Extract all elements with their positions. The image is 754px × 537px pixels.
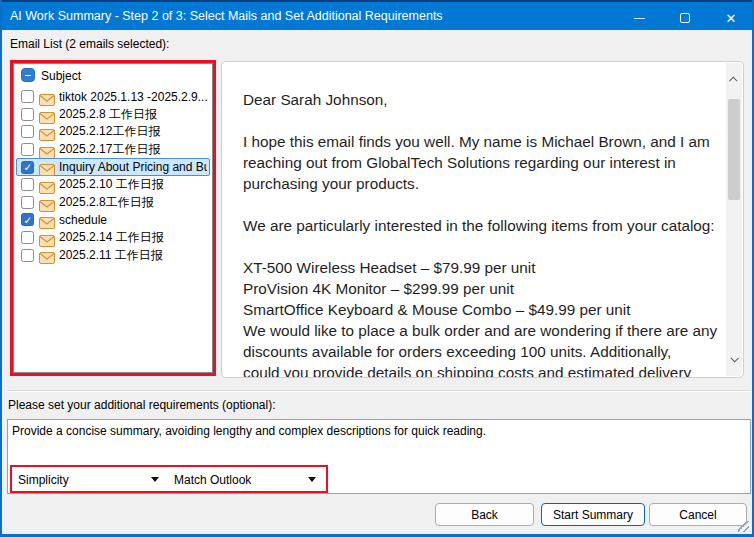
email-subject: 2025.2.14 工作日报 [59,229,207,246]
list-item[interactable]: 2025.2.8工作日报 [16,194,210,212]
minimize-button[interactable] [616,4,662,32]
email-checkbox[interactable] [21,108,34,121]
requirements-label: Please set your additional requirements … [8,398,275,412]
email-body-line: discounts available for orders exceeding… [243,341,719,362]
list-item[interactable]: schedule [16,211,210,229]
email-checkbox[interactable] [21,125,34,138]
close-button[interactable]: ✕ [708,4,754,32]
email-body-line: We are particularly interested in the fo… [243,215,719,236]
email-rows: tiktok 2025.1.13 -2025.2.9...2025.2.8 工作… [14,88,212,264]
format-dropdown-value: Match Outlook [169,473,251,487]
back-button[interactable]: Back [435,503,534,526]
email-body-line [243,194,719,215]
scrollbar-thumb[interactable] [728,99,740,200]
mail-icon [39,180,55,192]
maximize-icon [680,13,690,23]
email-checkbox[interactable] [21,178,34,191]
mail-icon [39,145,55,157]
email-body-line: Dear Sarah Johnson, [243,89,719,110]
minimize-icon [634,18,645,19]
email-checkbox[interactable] [21,231,34,244]
email-body-line: reaching out from GlobalTech Solutions r… [243,152,719,173]
email-subject: 2025.2.11 工作日报 [59,247,207,264]
email-checkbox[interactable] [21,249,34,262]
email-checkbox[interactable] [21,213,34,226]
close-icon: ✕ [726,12,737,25]
email-body-line [243,236,719,257]
email-body-line: We would like to place a bulk order and … [243,320,719,341]
email-subject: tiktok 2025.1.13 -2025.2.9... [59,90,207,104]
chevron-up-icon [729,76,737,84]
list-item[interactable]: 2025.2.8 工作日报 [16,106,210,124]
email-body-line: ProVision 4K Monitor – $299.99 per unit [243,278,719,299]
mail-icon [39,215,55,227]
email-body-line: I hope this email finds you well. My nam… [243,131,719,152]
chevron-down-icon [730,354,738,362]
list-item[interactable]: 2025.2.17工作日报 [16,141,210,159]
email-subject: schedule [59,213,207,227]
email-subject: 2025.2.12工作日报 [59,123,207,140]
email-list[interactable]: Subject tiktok 2025.1.13 -2025.2.9...202… [13,63,213,373]
titlebar[interactable]: AI Work Summary - Step 2 of 3: Select Ma… [0,0,754,30]
list-item[interactable]: 2025.2.10 工作日报 [16,176,210,194]
email-checkbox[interactable] [21,90,34,103]
select-all-checkbox[interactable] [21,68,35,82]
requirements-text: Provide a concise summary, avoiding leng… [12,424,744,438]
mail-icon [39,127,55,139]
email-subject: Inquiry About Pricing and Bu... [59,160,207,174]
mail-icon [39,233,55,245]
mail-icon [39,162,55,174]
start-summary-button[interactable]: Start Summary [541,503,645,526]
email-checkbox[interactable] [21,196,34,209]
requirements-input[interactable]: Provide a concise summary, avoiding leng… [7,419,751,494]
list-item[interactable]: 2025.2.11 工作日报 [16,246,210,264]
mail-icon [39,92,55,104]
email-body-line [243,110,719,131]
resize-grip[interactable] [738,521,749,532]
email-checkbox[interactable] [21,143,34,156]
chevron-down-icon [151,477,159,482]
mail-icon [39,250,55,262]
section-divider [7,390,751,392]
email-list-label: Email List (2 emails selected): [10,37,169,51]
scroll-up-button[interactable] [726,71,742,89]
style-dropdown-value: Simplicity [13,473,69,487]
email-body-line: could you provide details on shipping co… [243,362,719,378]
subject-column-header: Subject [41,69,81,83]
email-body-line: XT-500 Wireless Headset – $79.99 per uni… [243,257,719,278]
dialog-window: AI Work Summary - Step 2 of 3: Select Ma… [0,0,754,537]
scroll-down-button[interactable] [726,350,742,368]
email-preview-pane: Dear Sarah Johnson,I hope this email fin… [221,61,744,378]
list-item[interactable]: 2025.2.14 工作日报 [16,229,210,247]
list-item[interactable]: Inquiry About Pricing and Bu... [16,158,210,176]
mail-icon [39,110,55,122]
email-checkbox[interactable] [21,161,34,174]
style-dropdown[interactable]: Simplicity [13,468,166,491]
maximize-button[interactable] [662,4,708,32]
preview-scrollbar[interactable] [726,63,742,376]
window-controls: ✕ [616,4,754,32]
window-title: AI Work Summary - Step 2 of 3: Select Ma… [0,9,443,23]
email-body-line: purchasing your products. [243,173,719,194]
email-body: Dear Sarah Johnson,I hope this email fin… [243,89,719,378]
mail-icon [39,198,55,210]
list-item[interactable]: 2025.2.12工作日报 [16,123,210,141]
list-item[interactable]: tiktok 2025.1.13 -2025.2.9... [16,88,210,106]
email-list-header[interactable]: Subject [14,64,212,88]
email-subject: 2025.2.8 工作日报 [59,106,207,123]
chevron-down-icon [308,477,316,482]
cancel-button[interactable]: Cancel [649,503,747,526]
email-subject: 2025.2.17工作日报 [59,141,207,158]
email-subject: 2025.2.10 工作日报 [59,176,207,193]
email-body-line: SmartOffice Keyboard & Mouse Combo – $49… [243,299,719,320]
email-subject: 2025.2.8工作日报 [59,194,207,211]
format-dropdown[interactable]: Match Outlook [169,468,323,491]
